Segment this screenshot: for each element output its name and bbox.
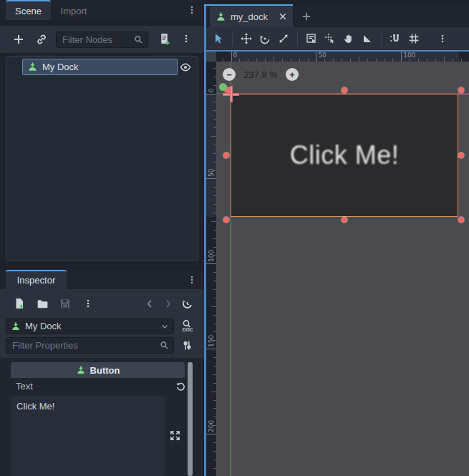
tab-import-label: Import: [61, 6, 87, 16]
tab-inspector[interactable]: Inspector: [6, 270, 67, 289]
ruler-tick: [206, 94, 216, 94]
add-node-button[interactable]: [11, 32, 26, 47]
select-tool-icon[interactable]: [209, 29, 228, 48]
attach-script-icon[interactable]: [157, 31, 171, 46]
horizontal-ruler[interactable]: 050100: [216, 52, 469, 62]
tree-row-my-dock[interactable]: My Dock: [8, 59, 196, 75]
scene-tabs-bar: my_dock: [206, 6, 469, 27]
button-section-header[interactable]: Button: [11, 362, 185, 378]
rotate-tool-icon[interactable]: [256, 29, 274, 48]
ruler-tick-label: 100: [403, 52, 415, 59]
text-property-label: Text: [16, 381, 33, 392]
position-crosshair: [223, 86, 239, 102]
ruler-corner: [206, 52, 216, 62]
toolbar-separator: [297, 31, 298, 46]
ruler-tick: [274, 57, 274, 62]
inspector-tabbar: Inspector: [0, 270, 204, 289]
button-node-icon: [216, 11, 226, 22]
ruler-tick: [206, 178, 216, 179]
instance-scene-link-icon[interactable]: [34, 32, 49, 47]
resource-extra-options-icon[interactable]: [82, 296, 94, 311]
scene-tree: My Dock: [6, 56, 198, 261]
scale-tool-icon[interactable]: [274, 29, 293, 48]
pan-tool-icon[interactable]: [339, 29, 358, 48]
ruler-tick: [211, 221, 216, 222]
property-tools-sliders-icon[interactable]: [180, 337, 194, 353]
chevron-down-icon: [160, 322, 169, 331]
ruler-tick: [211, 136, 216, 137]
ruler-selection-range: [206, 94, 216, 217]
handle-middle-left[interactable]: [223, 152, 229, 158]
ruler-tick-label: 0: [208, 88, 215, 92]
open-docs-icon[interactable]: DOC: [180, 318, 194, 334]
scene-dock-tabbar: Scene Import: [0, 0, 204, 20]
ruler-tick-label: 100: [208, 250, 215, 262]
tab-inspector-label: Inspector: [17, 275, 55, 286]
revert-property-icon[interactable]: [174, 380, 187, 393]
history-forward-icon[interactable]: [161, 297, 174, 310]
grid-snap-icon[interactable]: [405, 29, 423, 48]
handle-top-right[interactable]: [458, 87, 464, 93]
search-icon: [134, 35, 143, 44]
visibility-eye-icon[interactable]: [179, 61, 192, 74]
svg-text:DOC: DOC: [183, 327, 193, 332]
smart-snap-magnet-icon[interactable]: [386, 29, 405, 48]
filter-properties-search[interactable]: [6, 337, 174, 354]
ruler-tick: [206, 263, 216, 264]
inspected-node-selector[interactable]: My Dock: [6, 318, 174, 334]
expand-textarea-icon[interactable]: [168, 429, 181, 442]
tab-my-dock-scene[interactable]: my_dock: [210, 6, 293, 27]
save-resource-icon[interactable]: [58, 297, 72, 310]
ruler-tick-label: 200: [208, 420, 215, 432]
ruler-tick-label: 50: [318, 52, 326, 59]
ruler-tick: [316, 52, 316, 62]
handle-middle-right[interactable]: [458, 152, 464, 158]
inspected-node-name: My Dock: [25, 321, 156, 331]
handle-bottom-right[interactable]: [458, 217, 464, 223]
snap-move-tool-icon[interactable]: [321, 29, 339, 48]
handle-bottom-left[interactable]: [223, 217, 229, 223]
button-node-icon: [11, 321, 21, 331]
load-resource-folder-icon[interactable]: [35, 297, 49, 310]
vertical-ruler[interactable]: 050100150200: [206, 62, 216, 476]
scene-tree-options-icon[interactable]: [180, 31, 192, 47]
new-resource-icon[interactable]: [12, 297, 26, 310]
ruler-tick: [206, 434, 216, 434]
close-scene-tab-icon[interactable]: [279, 12, 287, 21]
filter-nodes-search[interactable]: [56, 31, 148, 48]
scene-tree-area: My Dock: [0, 53, 204, 266]
move-tool-icon[interactable]: [237, 29, 256, 48]
ruler-tick: [401, 52, 402, 62]
handle-top-middle[interactable]: [342, 87, 347, 93]
zoom-in-button[interactable]: +: [286, 68, 299, 81]
canvas-2d[interactable]: Click Me! − 237.8 % +: [216, 62, 469, 476]
zoom-out-button[interactable]: −: [223, 68, 236, 81]
toolbar-separator: [381, 31, 382, 46]
ruler-tick: [206, 349, 216, 349]
new-scene-tab-icon[interactable]: [301, 11, 312, 22]
ruler-tick: [211, 392, 216, 392]
filter-properties-input[interactable]: [12, 340, 160, 351]
tab-import[interactable]: Import: [51, 0, 97, 20]
inspector-dock-menu-icon[interactable]: [186, 271, 198, 288]
zoom-widget: − 237.8 % +: [223, 68, 299, 81]
tree-row-selection[interactable]: My Dock: [22, 59, 178, 75]
scene-tab-label: my_dock: [231, 11, 274, 22]
ruler-tool-icon[interactable]: [358, 29, 377, 48]
button-node-icon: [76, 365, 86, 375]
zoom-level-label[interactable]: 237.8 %: [238, 69, 283, 80]
history-back-icon[interactable]: [143, 297, 156, 310]
ruler-tick-label: 50: [208, 169, 215, 177]
scene-dock-menu-icon[interactable]: [186, 1, 198, 19]
list-select-tool-icon[interactable]: [302, 29, 321, 48]
snap-options-menu-icon[interactable]: [433, 29, 452, 48]
edit-history-icon[interactable]: [180, 296, 194, 311]
section-header-label: Button: [90, 365, 120, 376]
text-property-textarea[interactable]: Click Me!: [11, 396, 165, 476]
filter-nodes-input[interactable]: [62, 34, 134, 45]
selection-outline: [231, 94, 458, 217]
tab-scene[interactable]: Scene: [6, 0, 51, 20]
inspector-scrollbar[interactable]: [188, 362, 193, 476]
button-node-icon: [27, 62, 38, 72]
handle-bottom-middle[interactable]: [342, 217, 347, 223]
